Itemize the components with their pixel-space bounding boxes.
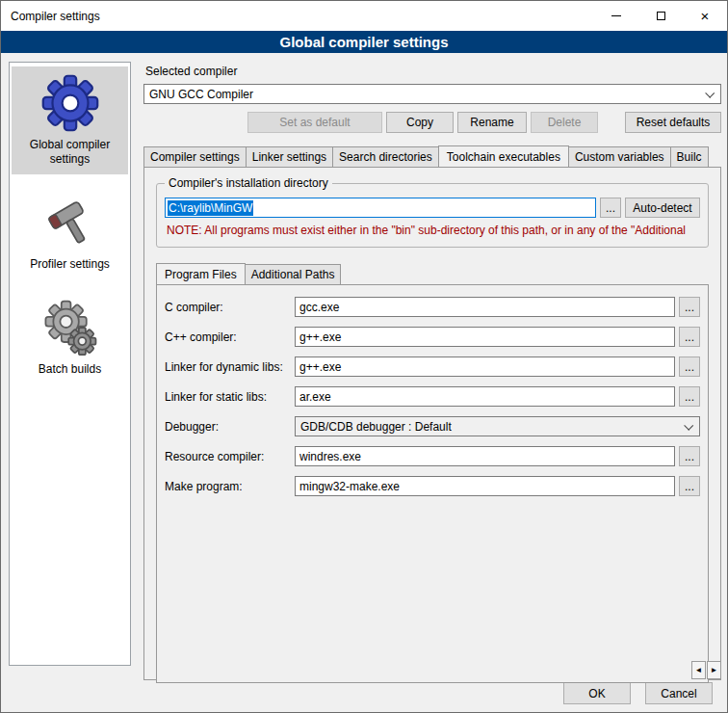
form-row-static-linker: Linker for static libs: ... [165, 386, 700, 407]
sidebar-item-label: Global compiler settings [13, 138, 126, 167]
tab-program-files[interactable]: Program Files [156, 263, 246, 284]
settings-tabs: Compiler settings Linker settings Search… [143, 145, 721, 680]
sidebar-item-label: Profiler settings [13, 257, 126, 272]
close-button[interactable]: × [683, 1, 727, 31]
make-program-input[interactable] [295, 476, 675, 496]
reset-defaults-button[interactable]: Reset defaults [625, 112, 721, 133]
gears-gray-icon [41, 299, 99, 356]
window-title: Compiler settings [1, 10, 100, 23]
chevron-down-icon [705, 89, 715, 98]
close-icon: × [701, 9, 710, 23]
compiler-actions: Set as default Copy Rename Delete Reset … [143, 112, 721, 133]
sidebar-item-profiler-settings[interactable]: Profiler settings [12, 186, 128, 279]
minimize-button[interactable] [594, 1, 638, 31]
program-tabs: Program Files Additional Paths C compile… [156, 263, 709, 683]
dynamic-linker-browse-button[interactable]: ... [679, 356, 700, 377]
debugger-combobox[interactable]: GDB/CDB debugger : Default [295, 416, 700, 436]
toolchain-executables-panel: Compiler's installation directory C:\ray… [143, 167, 721, 680]
cpp-compiler-label: C++ compiler: [165, 330, 295, 344]
profiler-hammer-icon [41, 194, 99, 251]
program-files-panel: C compiler: ... C++ compiler: ... Linker… [156, 284, 709, 683]
resource-compiler-label: Resource compiler: [165, 450, 295, 463]
cpp-compiler-input[interactable] [295, 327, 675, 347]
dynamic-linker-input[interactable] [295, 356, 675, 377]
form-row-resource-compiler: Resource compiler: ... [165, 446, 700, 466]
static-linker-label: Linker for static libs: [165, 390, 295, 404]
tab-scroll-right-icon[interactable]: ► [707, 661, 721, 679]
tab-custom-variables[interactable]: Custom variables [568, 146, 671, 167]
page-title: Global compiler settings [1, 31, 727, 53]
form-row-make-program: Make program: ... [165, 476, 700, 496]
form-row-dynamic-linker: Linker for dynamic libs: ... [165, 356, 700, 377]
tab-search-directories[interactable]: Search directories [332, 146, 439, 167]
installation-directory-input[interactable]: C:\raylib\MinGW [165, 198, 596, 218]
tab-scrollers: ◄ ► [689, 661, 721, 679]
compiler-settings-dialog: Compiler settings × Global compiler sett… [0, 0, 728, 713]
titlebar: Compiler settings × [1, 1, 727, 31]
set-as-default-button[interactable]: Set as default [247, 112, 382, 133]
make-program-label: Make program: [165, 480, 295, 493]
gear-blue-icon [41, 74, 99, 132]
window-controls: × [594, 1, 727, 31]
sub-tabbar: Program Files Additional Paths [156, 263, 709, 284]
bin-subdirectory-note: NOTE: All programs must exist either in … [167, 224, 700, 237]
tab-linker-settings[interactable]: Linker settings [246, 146, 333, 167]
tab-additional-paths[interactable]: Additional Paths [245, 264, 342, 284]
maximize-button[interactable] [638, 1, 683, 31]
make-program-browse-button[interactable]: ... [679, 476, 700, 496]
installation-directory-browse-button[interactable]: ... [600, 198, 621, 218]
resource-compiler-input[interactable] [295, 446, 675, 466]
static-linker-input[interactable] [295, 386, 675, 407]
installation-directory-group-title: Compiler's installation directory [165, 176, 332, 190]
sidebar-item-label: Batch builds [13, 362, 126, 377]
tab-compiler-settings[interactable]: Compiler settings [143, 146, 247, 167]
form-row-cpp-compiler: C++ compiler: ... [165, 327, 700, 347]
selected-compiler-combobox[interactable]: GNU GCC Compiler [143, 84, 721, 104]
sidebar-item-batch-builds[interactable]: Batch builds [12, 291, 128, 384]
selected-compiler-label: Selected compiler [145, 65, 721, 78]
c-compiler-input[interactable] [295, 297, 675, 317]
cpp-compiler-browse-button[interactable]: ... [679, 327, 700, 347]
tabbar: Compiler settings Linker settings Search… [143, 145, 721, 167]
chevron-down-icon [684, 421, 693, 431]
tab-toolchain-executables[interactable]: Toolchain executables [438, 145, 569, 167]
main-content: Selected compiler GNU GCC Compiler Set a… [143, 59, 721, 680]
cancel-button[interactable]: Cancel [645, 682, 713, 704]
rename-button[interactable]: Rename [457, 112, 527, 133]
sidebar-item-global-compiler-settings[interactable]: Global compiler settings [12, 66, 128, 174]
installation-directory-group: Compiler's installation directory C:\ray… [156, 183, 709, 248]
resource-compiler-browse-button[interactable]: ... [679, 446, 700, 466]
c-compiler-browse-button[interactable]: ... [679, 297, 700, 317]
settings-sidebar: Global compiler settings Profiler settin… [9, 62, 131, 666]
form-row-c-compiler: C compiler: ... [165, 297, 700, 317]
form-row-debugger: Debugger: GDB/CDB debugger : Default [165, 416, 700, 436]
minimize-icon [611, 15, 621, 16]
delete-button[interactable]: Delete [531, 112, 598, 133]
selected-compiler-value: GNU GCC Compiler [149, 88, 253, 101]
debugger-label: Debugger: [165, 420, 295, 434]
installation-directory-selected-text: C:\raylib\MinGW [168, 200, 253, 216]
ok-button[interactable]: OK [563, 682, 631, 704]
static-linker-browse-button[interactable]: ... [679, 386, 700, 407]
c-compiler-label: C compiler: [165, 301, 295, 314]
tab-scroll-left-icon[interactable]: ◄ [691, 661, 706, 679]
tab-build-options[interactable]: Builc [670, 146, 709, 167]
debugger-value: GDB/CDB debugger : Default [300, 420, 452, 434]
dialog-footer: OK Cancel [563, 682, 713, 704]
dynamic-linker-label: Linker for dynamic libs: [165, 360, 295, 374]
auto-detect-button[interactable]: Auto-detect [625, 198, 700, 218]
copy-button[interactable]: Copy [386, 112, 454, 133]
maximize-icon [657, 12, 665, 20]
installation-directory-row: C:\raylib\MinGW ... Auto-detect [165, 198, 700, 218]
